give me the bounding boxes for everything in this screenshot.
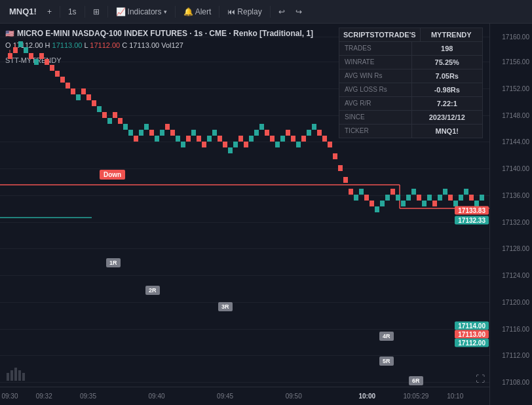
down-annotation: Down bbox=[100, 170, 125, 180]
renko-block bbox=[50, 65, 54, 71]
renko-block bbox=[343, 177, 348, 183]
svg-rect-0 bbox=[7, 373, 9, 381]
renko-block bbox=[448, 195, 453, 201]
renko-block bbox=[144, 124, 149, 130]
price-label-17160: 17160.00 bbox=[502, 33, 529, 41]
renko-block bbox=[207, 136, 212, 142]
time-label-0930: 09:30 bbox=[1, 393, 18, 400]
price-label-17152: 17152.00 bbox=[502, 85, 529, 92]
price-label-17128: 17128.00 bbox=[502, 245, 529, 252]
chart-type-icon: ⊞ bbox=[93, 7, 100, 16]
chart-svg bbox=[0, 24, 489, 387]
price-label-17120: 17120.00 bbox=[502, 298, 529, 305]
price-badge-17133: 17133.83 bbox=[455, 206, 489, 215]
renko-block bbox=[270, 136, 275, 142]
svg-rect-2 bbox=[14, 368, 17, 381]
time-label-0945: 09:45 bbox=[217, 393, 233, 400]
add-symbol-button[interactable]: + bbox=[43, 5, 56, 18]
renko-block bbox=[139, 130, 143, 136]
renko-block bbox=[228, 147, 233, 153]
renko-block bbox=[29, 53, 33, 59]
price-axis: 17160.00 17156.00 17152.00 17148.00 1714… bbox=[489, 24, 532, 405]
renko-block bbox=[128, 130, 133, 136]
renko-block bbox=[480, 195, 484, 201]
toolbar-separator bbox=[60, 6, 60, 18]
time-label-0940: 09:40 bbox=[149, 393, 165, 400]
toolbar-separator-3 bbox=[107, 6, 108, 18]
bell-icon: 🔔 bbox=[183, 7, 193, 16]
alert-button[interactable]: 🔔 Alert bbox=[180, 5, 216, 18]
renko-block bbox=[390, 189, 395, 195]
time-label-0935: 09:35 bbox=[80, 393, 96, 400]
renko-block bbox=[249, 136, 254, 142]
renko-block bbox=[176, 136, 180, 142]
renko-block bbox=[24, 47, 28, 53]
fullscreen-icon[interactable]: ⛶ bbox=[476, 374, 485, 384]
indicators-button[interactable]: 📈 Indicators ▾ bbox=[112, 5, 171, 18]
renko-block bbox=[280, 136, 285, 142]
chart-controls: ⛶ bbox=[476, 374, 485, 384]
price-label-17148: 17148.00 bbox=[502, 111, 529, 119]
renko-block bbox=[385, 195, 390, 201]
timeframe-button[interactable]: 1s bbox=[64, 5, 81, 18]
toolbar-separator-2 bbox=[85, 6, 85, 18]
redo-button[interactable]: ↪ bbox=[292, 5, 306, 18]
svg-rect-1 bbox=[10, 370, 13, 381]
r-label-6: 6R bbox=[409, 376, 423, 385]
time-label-100529: 10:05:29 bbox=[403, 393, 428, 400]
renko-block bbox=[322, 136, 327, 142]
renko-block bbox=[45, 59, 49, 65]
toolbar-separator-6 bbox=[270, 6, 271, 18]
r-label-3: 3R bbox=[218, 302, 233, 311]
svg-rect-3 bbox=[18, 370, 21, 381]
renko-block bbox=[265, 130, 269, 136]
renko-block bbox=[286, 130, 290, 136]
r-label-2: 2R bbox=[145, 286, 160, 295]
renko-block bbox=[102, 112, 107, 118]
toolbar-separator-4 bbox=[175, 6, 176, 18]
renko-block bbox=[197, 136, 201, 142]
renko-block bbox=[307, 130, 311, 136]
svg-rect-4 bbox=[22, 373, 25, 381]
renko-block bbox=[396, 195, 400, 201]
renko-block bbox=[233, 142, 238, 147]
renko-block bbox=[160, 130, 164, 136]
renko-block bbox=[411, 189, 416, 195]
price-label-17124: 17124.00 bbox=[502, 272, 529, 279]
renko-block bbox=[107, 118, 112, 124]
r-label-1: 1R bbox=[106, 258, 121, 267]
renko-block bbox=[443, 189, 447, 195]
renko-block bbox=[427, 195, 432, 201]
replay-button[interactable]: ⏮ Replay bbox=[223, 5, 265, 18]
renko-block bbox=[86, 94, 91, 100]
renko-block bbox=[375, 206, 379, 212]
renko-block bbox=[34, 59, 39, 65]
toolbar-separator-5 bbox=[219, 6, 219, 18]
renko-block bbox=[223, 142, 227, 147]
renko-block bbox=[92, 100, 96, 106]
price-badge-17112: 17112.00 bbox=[455, 339, 489, 347]
renko-block bbox=[359, 189, 364, 195]
renko-block bbox=[170, 130, 175, 136]
renko-block bbox=[349, 189, 353, 195]
renko-block bbox=[238, 136, 243, 142]
renko-block bbox=[259, 124, 264, 130]
indicators-icon: 📈 bbox=[116, 7, 126, 16]
renko-block bbox=[60, 77, 65, 83]
time-label-1010: 10:10 bbox=[447, 393, 463, 400]
renko-block bbox=[438, 195, 442, 201]
time-label-0932: 09:32 bbox=[36, 393, 52, 400]
chart-type-button[interactable]: ⊞ bbox=[89, 5, 104, 18]
renko-block bbox=[364, 195, 369, 201]
renko-block bbox=[401, 201, 406, 206]
renko-block bbox=[312, 124, 316, 130]
renko-block bbox=[464, 189, 468, 195]
renko-block bbox=[291, 136, 295, 142]
time-axis: 09:30 09:32 09:35 09:40 09:45 09:50 10:0… bbox=[0, 387, 489, 405]
price-label-17140: 17140.00 bbox=[502, 165, 529, 172]
renko-block bbox=[191, 130, 196, 136]
symbol-button[interactable]: MNQ1! bbox=[5, 5, 41, 18]
price-label-17112: 17112.00 bbox=[502, 352, 529, 359]
undo-button[interactable]: ↩ bbox=[275, 5, 289, 18]
price-badge-17132: 17132.33 bbox=[455, 216, 489, 225]
